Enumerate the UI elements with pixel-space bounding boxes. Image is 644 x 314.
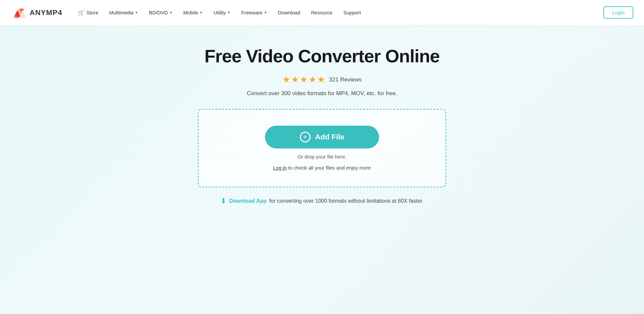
nav-item-bddvd[interactable]: BD/DVD ▼: [144, 7, 177, 18]
logo-icon: [11, 5, 27, 21]
star-1: ★: [282, 74, 290, 85]
download-app-link[interactable]: Download App: [229, 198, 266, 204]
main-nav: 🛒 Store Multimedia ▼ BD/DVD ▼ Mobile ▼ U…: [73, 7, 604, 18]
download-app-text: for converting over 1000 formats without…: [269, 198, 424, 204]
nav-item-mobile[interactable]: Mobile ▼: [179, 7, 208, 18]
nav-item-freeware[interactable]: Freeware ▼: [236, 7, 272, 18]
nav-item-resource[interactable]: Resource: [306, 7, 337, 18]
main-content: Free Video Converter Online ★ ★ ★ ★ ★ 32…: [0, 25, 644, 314]
star-4: ★: [309, 74, 316, 85]
nav-item-support[interactable]: Support: [338, 7, 366, 18]
logo[interactable]: ANYMP4: [11, 5, 62, 21]
login-link[interactable]: Log in: [273, 165, 287, 171]
star-3: ★: [300, 74, 308, 85]
chevron-down-icon: ▼: [169, 11, 173, 14]
star-2: ★: [291, 74, 299, 85]
reviews-count: 321 Reviews: [329, 76, 362, 83]
subtitle-text: Convert over 300 video formats for MP4, …: [247, 90, 397, 97]
nav-item-utility[interactable]: Utility ▼: [209, 7, 235, 18]
nav-item-store[interactable]: 🛒 Store: [73, 7, 103, 18]
chevron-down-icon: ▼: [227, 11, 230, 14]
drop-zone[interactable]: + Add File Or drop your file here. Log i…: [198, 109, 446, 187]
add-file-button[interactable]: + Add File: [265, 126, 379, 148]
download-icon: ⬇: [220, 197, 226, 205]
login-hint: Log in to check all your files and enjoy…: [273, 165, 371, 171]
page-title: Free Video Converter Online: [204, 46, 439, 66]
drop-hint: Or drop your file here.: [298, 154, 346, 160]
nav-item-download[interactable]: Download: [273, 7, 305, 18]
chevron-down-icon: ▼: [264, 11, 267, 14]
star-5: ★: [317, 74, 325, 85]
download-app-row: ⬇ Download App for converting over 1000 …: [220, 197, 423, 205]
cart-icon: 🛒: [78, 9, 85, 16]
nav-item-multimedia[interactable]: Multimedia ▼: [105, 7, 143, 18]
logo-text: ANYMP4: [30, 8, 62, 17]
chevron-down-icon: ▼: [200, 11, 203, 14]
rating-row: ★ ★ ★ ★ ★ 321 Reviews: [282, 74, 362, 85]
star-rating: ★ ★ ★ ★ ★: [282, 74, 325, 85]
chevron-down-icon: ▼: [135, 11, 138, 14]
login-button[interactable]: Login: [603, 6, 633, 19]
plus-icon: +: [300, 132, 311, 142]
